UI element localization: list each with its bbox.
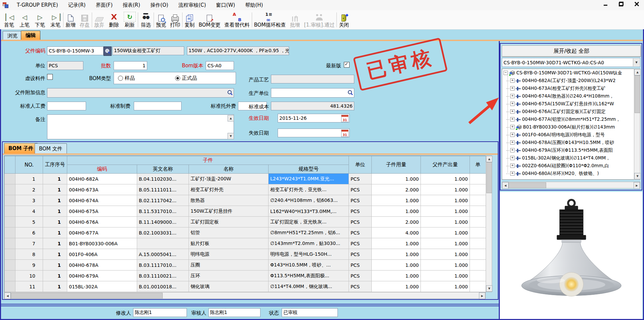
cell-name[interactable]: 压圈 <box>189 260 269 271</box>
grid-header-no[interactable]: NO. <box>15 156 43 174</box>
toolbar-button[interactable]: BOM变更 <box>197 10 223 29</box>
row-indicator[interactable] <box>5 206 15 217</box>
remark-scroll-up-icon[interactable]: ▲ <box>228 115 234 121</box>
cell-out[interactable]: 1.000 <box>421 271 470 281</box>
menu-item[interactable]: 流程审核(C) <box>173 0 211 10</box>
tree-scroll-down-icon[interactable]: ▼ <box>634 173 641 179</box>
cell-out[interactable]: 1.000 <box>421 184 470 195</box>
tree-node[interactable]: + 004H0-677A(铝管) <box>502 115 640 123</box>
cell-extra[interactable] <box>470 227 486 238</box>
grid-hscroll-thumb[interactable] <box>11 293 163 299</box>
tree-scroll-right-icon[interactable]: ▶ <box>634 182 640 189</box>
cell-unit[interactable]: PCS <box>349 217 372 227</box>
cell-code[interactable]: 004H0-675A <box>67 206 137 217</box>
expand-icon[interactable]: + <box>510 156 515 160</box>
cell-extra[interactable] <box>470 174 486 184</box>
grid-vscroll-thumb[interactable] <box>486 162 492 193</box>
grid-header-en[interactable]: 英文名称 <box>137 165 189 174</box>
table-row[interactable]: 4 1 004H0-675A B.11.5317010... 150W工矿灯悬挂… <box>5 206 486 217</box>
bom-type-sample-radio[interactable] <box>118 76 123 81</box>
toolbar-button[interactable]: 关闭 <box>337 10 351 29</box>
cell-seq[interactable]: 1 <box>43 184 67 195</box>
menu-item[interactable]: 帮助(H) <box>240 0 268 10</box>
tree-vertical-scrollbar[interactable]: ▲ ▼ <box>634 69 640 180</box>
toolbar-button[interactable]: 复制 <box>183 10 197 29</box>
cell-unit[interactable]: PCS <box>349 227 372 238</box>
toolbar-button[interactable]: 打印 <box>168 10 182 29</box>
tree-node[interactable]: + 004H0-675A(150 <box>502 100 640 108</box>
cell-extra[interactable] <box>470 271 486 281</box>
search-icon[interactable] <box>347 90 353 96</box>
cell-name[interactable]: 钢化玻璃 <box>189 281 269 292</box>
cell-extra[interactable] <box>470 184 486 195</box>
cell-extra[interactable] <box>470 195 486 206</box>
expand-icon[interactable]: + <box>510 78 515 83</box>
cell-no[interactable]: 9 <box>15 260 43 271</box>
cell-seq[interactable]: 1 <box>43 195 67 206</box>
parent-extra-field[interactable] <box>47 88 234 98</box>
prod-unit-field[interactable] <box>271 88 354 98</box>
bom-type-formal-radio[interactable] <box>175 76 180 81</box>
tree-node[interactable]: + B01-BYB00330-0 <box>502 123 640 131</box>
grid-header-extra[interactable]: 单 <box>470 156 486 174</box>
cell-qty[interactable]: 1.000 <box>372 260 421 271</box>
cell-name[interactable]: 压环 <box>189 271 269 281</box>
batch-field[interactable]: 1 <box>114 61 147 70</box>
table-row[interactable]: 9 1 004H0-678A B.03.1117010... 压圈 Φ143*H… <box>5 260 486 271</box>
grid-header-spec[interactable]: 规格型号 <box>269 165 349 174</box>
cell-no[interactable]: 2 <box>15 184 43 195</box>
cell-en[interactable]: B.02.1117042... <box>137 195 189 206</box>
cell-name[interactable]: 工矿灯-顶盖-200W <box>189 174 269 184</box>
close-icon[interactable] <box>634 1 639 7</box>
cell-code[interactable]: 004H0-679A <box>67 271 137 281</box>
cell-code[interactable]: 004H0-676A <box>67 217 137 227</box>
grid-vertical-scrollbar[interactable]: ▲ ▼ <box>486 155 492 292</box>
virtual-part-checkbox[interactable] <box>47 74 53 80</box>
latest-version-checkbox[interactable] <box>344 62 350 68</box>
row-indicator[interactable] <box>5 174 15 184</box>
toolbar-button[interactable]: BOM循环检查 <box>252 10 288 29</box>
cell-no[interactable]: 1 <box>15 174 43 184</box>
toolbar-button[interactable]: 删除 <box>106 10 122 29</box>
cell-code[interactable]: 001F0-406A <box>67 249 137 260</box>
table-row[interactable]: 6 1 004H0-677A B.02.1003031... 铝管 ∅8mm*H… <box>5 227 486 238</box>
table-row[interactable]: 11 1 015BL-302A B.01.0010018... 钢化玻璃 ∅11… <box>5 281 486 292</box>
tree-node[interactable]: + 004H0-680A(吊环) <box>502 170 640 177</box>
toolbar-button[interactable]: 上笔 <box>17 10 32 29</box>
cell-en[interactable]: B.05.1111011... <box>137 184 189 195</box>
grid-scroll-left-icon[interactable]: ◀ <box>4 292 11 299</box>
toolbar-button[interactable]: 末笔 <box>48 10 63 29</box>
cell-extra[interactable] <box>470 281 486 292</box>
cell-spec[interactable]: 相变工矿灯外壳，亚光铁... <box>269 184 349 195</box>
tree-root-node[interactable]: − CS-BYB-0-150MW-30D71-WCTKG-A0(150W钛金 <box>502 69 640 77</box>
toolbar-button[interactable]: 下笔 <box>32 10 48 29</box>
expand-icon[interactable]: + <box>510 133 515 137</box>
std-mfg-field[interactable] <box>134 102 182 110</box>
cell-out[interactable]: 1.000 <box>421 227 470 238</box>
cell-no[interactable]: 7 <box>15 238 43 249</box>
cell-qty[interactable]: 4.000 <box>372 227 421 238</box>
cell-name[interactable]: 明纬电源 <box>189 249 269 260</box>
tree-node[interactable]: + 004H0-673A(相变工 <box>502 84 640 92</box>
table-row[interactable]: 1 1 004H0-682A B.04.1102030... 工矿灯-顶盖-20… <box>5 174 486 184</box>
calendar-icon[interactable]: 31 <box>341 130 349 137</box>
tree-scroll-up-icon[interactable]: ▲ <box>634 69 641 75</box>
expand-icon[interactable]: + <box>510 86 515 91</box>
expand-collapse-all-button[interactable]: 展开/收起 全部 <box>502 45 641 57</box>
table-row[interactable]: 5 1 004H0-676A B.11.1409000... 工矿灯固定板 工矿… <box>5 217 486 227</box>
cell-qty[interactable]: 1.000 <box>372 206 421 217</box>
row-indicator[interactable] <box>5 217 15 227</box>
menu-item[interactable]: 界面(F) <box>91 0 118 10</box>
cell-code[interactable]: 015BL-302A <box>67 281 137 292</box>
parent-code-field[interactable]: CS-BYB-0-150MW-3 <box>47 46 104 55</box>
toolbar-button[interactable]: 新增 <box>64 10 78 29</box>
collapse-icon[interactable]: − <box>504 71 508 75</box>
bom-version-field[interactable]: CS-A0 <box>206 61 234 70</box>
cell-seq[interactable]: 1 <box>43 281 67 292</box>
cell-unit[interactable]: PCS <box>349 174 372 184</box>
cell-seq[interactable]: 1 <box>43 174 67 184</box>
expand-icon[interactable]: + <box>510 109 515 114</box>
grid-scroll-up-icon[interactable]: ▲ <box>486 156 492 162</box>
expand-icon[interactable]: + <box>510 102 515 106</box>
cell-en[interactable] <box>137 238 189 249</box>
